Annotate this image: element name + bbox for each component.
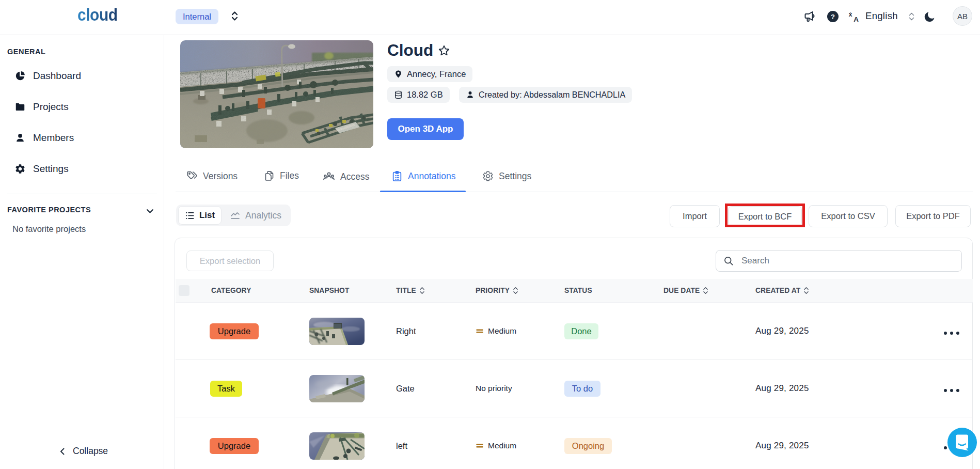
svg-text:?: ? [831,13,835,21]
svg-text:A: A [853,15,859,23]
svg-text:ẋ: ẋ [849,11,852,18]
